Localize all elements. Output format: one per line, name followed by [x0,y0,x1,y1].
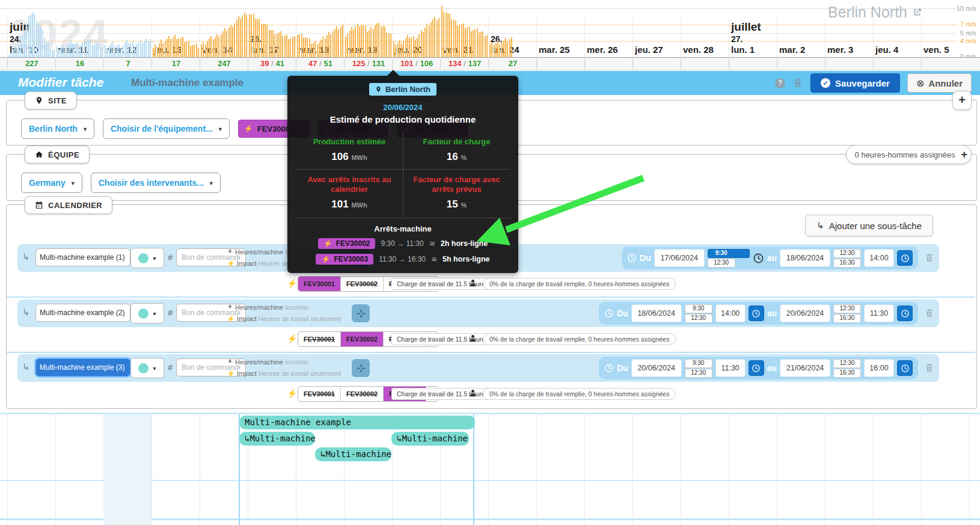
man-hours-badge[interactable]: 0 heures-hommes assignées + [846,145,972,164]
end-time-input[interactable] [864,359,894,377]
subtask-name-input[interactable] [35,304,130,322]
wind-bar [319,43,320,57]
subtask-row: ↳ ▾ # Heures/machine Inconnu ⚡ Impact He… [17,354,939,382]
start-time-picker-button[interactable] [749,305,764,321]
day-gridline [248,18,248,58]
wind-bar [507,41,508,57]
machine-segment[interactable]: FEV30001 [298,387,340,401]
subtask-name-input[interactable] [35,248,130,266]
end-time-picker-button[interactable] [897,305,913,321]
gantt-chart: Multi-machine example↳Multi-machine↳Mult… [0,413,980,525]
start-date-input[interactable] [631,304,682,322]
wind-bar [240,19,241,57]
add-equipment-button[interactable]: + [952,91,972,110]
wind-bar [106,48,108,57]
time-suggestion-chip[interactable]: 16:30 [833,259,861,268]
people-select[interactable]: Choisir des intervenants... ▾ [91,173,221,193]
time-suggestion-chip[interactable]: 9:30 [685,359,712,368]
forecast-number-cell [681,58,729,69]
time-suggestion-chip[interactable]: 16:30 [833,314,861,323]
tooltip-metrics: Production estimée 106 MWh Facteur de ch… [296,132,510,216]
team-select[interactable]: Germany ▾ [21,173,82,193]
chevron-down-icon: ▾ [72,180,75,186]
time-suggestion-chip[interactable]: 12:30 [685,314,712,323]
time-suggestion-chip[interactable]: 12:30 [833,304,861,313]
machine-segment[interactable]: FEV30001 [298,332,340,346]
end-time-input[interactable] [864,304,894,322]
wind-bar [277,34,278,57]
time-suggestion-chip[interactable]: 16:30 [833,369,861,378]
wind-bar [303,38,304,57]
subtask-name-input[interactable] [35,358,130,376]
time-suggestion-chip[interactable]: 12:30 [708,259,735,268]
flame-icon [227,358,233,365]
wind-bar [430,22,432,57]
end-date-input[interactable] [780,359,830,377]
delete-subtask-icon[interactable] [924,307,934,319]
machine-segment[interactable]: FEV30001 [298,277,340,291]
wind-bar [74,43,75,57]
gantt-subtask-bar[interactable]: ↳Multi-machine [391,432,469,446]
cancel-button[interactable]: ⊗ Annuler [907,73,972,93]
forecast-separator: / [366,59,372,68]
time-suggestion-chip[interactable]: 9:30 [708,249,750,258]
wind-bar [453,20,455,57]
wind-bar [509,39,510,57]
time-suggestion-chip[interactable]: 12:30 [833,359,861,368]
clock-icon [752,364,761,373]
delete-subtask-icon[interactable] [924,362,934,373]
forecast-number-cell: 17 [152,58,200,69]
wind-bar [424,28,426,57]
help-icon[interactable]: ? [775,78,785,88]
time-suggestion-chip[interactable]: 12:30 [685,369,712,378]
equipment-select[interactable]: Choisir de l'équipement... ▾ [103,118,230,139]
end-time-input[interactable] [864,249,894,267]
time-suggestion-chip[interactable]: 9:30 [685,304,712,313]
wind-bar [122,46,123,57]
delete-subtask-icon[interactable] [924,252,934,263]
gantt-subtask-bar[interactable]: ↳Multi-machine [239,432,315,446]
start-date-input[interactable] [654,249,705,267]
color-select[interactable]: ▾ [130,358,164,378]
end-date-input[interactable] [780,304,830,322]
gantt-gridline [440,414,441,525]
start-date-input[interactable] [631,359,682,377]
external-link-icon[interactable] [912,7,922,17]
add-subtask-button[interactable]: ↳ Ajouter une sous-tâche [805,215,933,236]
metric-value: 101 [331,198,348,210]
start-time-input[interactable] [715,304,746,322]
end-date-input[interactable] [780,249,830,267]
gantt-subtask-bar[interactable]: ↳Multi-machine [315,447,391,461]
wind-bar [459,25,460,57]
color-select[interactable]: ▾ [130,303,164,324]
wind-bar [253,14,254,57]
add-man-hours-icon[interactable]: + [961,149,967,161]
wind-bar [246,15,247,57]
forecast-value: 27 [509,59,517,68]
start-time-input[interactable] [715,359,746,377]
delete-task-icon[interactable] [792,78,803,88]
machine-segment[interactable]: FEV30002 [340,332,383,346]
day-label: mar. 2 [779,45,805,55]
end-time-picker-button[interactable] [897,250,913,266]
color-select[interactable]: ▾ [130,248,164,268]
machine-segment[interactable]: FEV30002 [340,277,383,291]
start-time-picker-icon[interactable] [753,253,764,264]
end-time-picker-button[interactable] [897,360,913,376]
save-button[interactable]: ✓ Sauvegarder [810,73,900,93]
wind-bar [334,29,335,57]
impact-value: Heures de travail seulement [259,315,341,322]
gantt-task-bar[interactable]: Multi-machine example [239,416,475,429]
day-label: jeu. 4 [875,45,898,55]
site-select[interactable]: Berlin North ▾ [21,118,94,139]
start-time-picker-button[interactable] [749,360,764,376]
gantt-gridline [296,414,296,525]
wind-bar [495,43,497,57]
move-subtask-button[interactable] [352,304,370,322]
move-subtask-button[interactable] [352,359,370,377]
time-suggestion-chip[interactable]: 12:30 [833,249,861,258]
day-gridline [632,18,633,58]
machine-segment[interactable]: FEV30002 [340,387,383,401]
forecast-number-cell [536,58,585,69]
wind-bar [173,37,174,57]
